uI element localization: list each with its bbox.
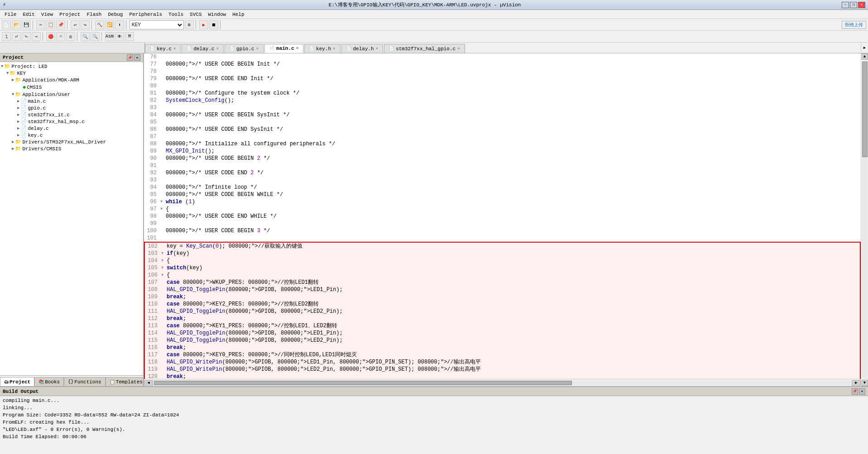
step-over-button[interactable]: ⤵ xyxy=(2,32,11,41)
code-scroll-area[interactable]: 7677 008000;">/* USER CODE BEGIN Init */… xyxy=(144,53,861,379)
rebuild-button[interactable]: 🔁 xyxy=(105,20,114,29)
menu-item-flash[interactable]: Flash xyxy=(84,11,104,18)
zoom-out-button[interactable]: 🔍 xyxy=(91,32,100,41)
vertical-scrollbar[interactable]: ▲ ▼ xyxy=(861,53,868,386)
menu-item-svcs[interactable]: SVCS xyxy=(187,11,204,18)
build-line: Program Size: Code=3352 RO-data=552 RW-d… xyxy=(3,411,865,419)
step-out-button[interactable]: ⤷ xyxy=(22,32,31,41)
upload-button[interactable]: 拒绝上传 xyxy=(842,21,866,29)
step-into-button[interactable]: ⤶ xyxy=(12,32,21,41)
tree-item-6[interactable]: ▶📄gpio.c xyxy=(1,105,142,111)
scrollbar-track[interactable] xyxy=(154,381,851,385)
build-output-header: Build Output 📌 × xyxy=(0,387,868,396)
tree-item-4[interactable]: ▼📁Application/User xyxy=(1,91,142,98)
sep-tb2-2 xyxy=(77,32,79,41)
stop-debug-button[interactable]: ⏹ xyxy=(209,20,218,29)
tree-item-0[interactable]: ▼📁Project: LED xyxy=(1,63,142,70)
code-line-119: 119 HAL_GPIO_WritePin(800000;">GPIOB, 80… xyxy=(144,366,861,373)
restore-button[interactable]: ❐ xyxy=(850,2,857,8)
tree-item-12[interactable]: ▶📁Drivers/CMSIS xyxy=(1,145,142,152)
enable-breakpoint-button[interactable]: ○ xyxy=(56,32,65,41)
tab-delay_c[interactable]: 📄delay.c× xyxy=(182,44,224,53)
menu-item-project[interactable]: Project xyxy=(57,11,83,18)
debug-button[interactable]: ▶ xyxy=(199,20,208,29)
copy-button[interactable]: 📋 xyxy=(46,20,55,29)
scroll-up-button[interactable]: ▲ xyxy=(862,53,868,60)
scrollbar-track-v[interactable] xyxy=(862,61,868,379)
tree-item-10[interactable]: ▶📄key.c xyxy=(1,132,142,139)
horizontal-scrollbar[interactable]: ◀ ▶ xyxy=(144,379,861,386)
code-line-92: 92 008000;">/* USER CODE END 2 */ xyxy=(144,169,861,177)
menu-item-window[interactable]: Window xyxy=(206,11,229,18)
build-button[interactable]: 🔨 xyxy=(95,20,104,29)
tree-item-7[interactable]: ▶📄stm32f7xx_it.c xyxy=(1,111,142,118)
menu-item-view[interactable]: View xyxy=(38,11,56,18)
project-panel-close[interactable]: × xyxy=(134,54,140,61)
scrollbar-thumb[interactable] xyxy=(154,381,572,385)
scroll-down-button[interactable]: ▼ xyxy=(862,380,868,386)
bottom-tab-books[interactable]: 📚 Books xyxy=(34,377,64,386)
tab-key_c[interactable]: 📄key.c× xyxy=(145,44,181,53)
tab-gpio_c[interactable]: 📄gpio.c× xyxy=(225,44,264,53)
build-line: FromELF: creating hex file... xyxy=(3,419,865,426)
zoom-in-button[interactable]: 🔍 xyxy=(81,32,90,41)
code-line-90: 90 008000;">/* USER CODE BEGIN 2 */ xyxy=(144,155,861,162)
bottom-tab-bar: 🗂 Project📚 Books{} Functions📋 Templates xyxy=(0,375,143,386)
code-line-107: 107 case 800000;">WKUP_PRES: 008000;">//… xyxy=(144,279,861,286)
paste-button[interactable]: 📌 xyxy=(56,20,65,29)
build-output-pin[interactable]: 📌 xyxy=(852,388,858,395)
bottom-tab-project[interactable]: 🗂 Project xyxy=(0,377,34,386)
code-line-95: 95 008000;">/* USER CODE BEGIN WHILE */ xyxy=(144,191,861,198)
build-output-close[interactable]: × xyxy=(859,388,865,395)
run-to-cursor-button[interactable]: ⇒ xyxy=(32,32,41,41)
disasm-button[interactable]: Asm xyxy=(105,32,114,41)
redo-button[interactable]: ↪ xyxy=(81,20,90,29)
new-file-button[interactable]: 📄 xyxy=(2,20,11,29)
menu-item-help[interactable]: Help xyxy=(230,11,247,18)
download-button[interactable]: ⬇ xyxy=(115,20,124,29)
tree-item-5[interactable]: ▶📄main.c xyxy=(1,98,142,105)
scroll-left-button[interactable]: ◀ xyxy=(144,380,153,386)
menu-item-debug[interactable]: Debug xyxy=(105,11,125,18)
menu-item-edit[interactable]: Edit xyxy=(20,11,37,18)
target-dropdown[interactable]: KEY xyxy=(129,20,184,29)
tab-scroll-right[interactable]: ▶ xyxy=(861,43,868,53)
open-button[interactable]: 📂 xyxy=(12,20,21,29)
tree-item-3[interactable]: ◆CMSIS xyxy=(1,83,142,91)
insert-breakpoint-button[interactable]: 🔴 xyxy=(46,32,55,41)
tree-item-1[interactable]: ▼📁KEY xyxy=(1,70,142,76)
undo-button[interactable]: ↩ xyxy=(71,20,80,29)
disable-breakpoint-button[interactable]: ◎ xyxy=(66,32,75,41)
separator1 xyxy=(33,20,34,29)
target-options-button[interactable]: ⚙ xyxy=(185,20,194,29)
scrollbar-thumb-v[interactable] xyxy=(862,62,868,157)
mem-button[interactable]: M xyxy=(125,32,134,41)
build-line: "LED\LED.axf" - 0 Error(s), 0 Warning(s)… xyxy=(3,426,865,433)
tree-item-2[interactable]: ▶📁Application/MDK-ARM xyxy=(1,76,142,83)
tree-item-9[interactable]: ▶📄delay.c xyxy=(1,125,142,132)
tab-key_h[interactable]: 📄key.h× xyxy=(304,44,340,53)
menu-item-peripherals[interactable]: Peripherals xyxy=(126,11,165,18)
save-button[interactable]: 💾 xyxy=(22,20,31,29)
tab-stm32f7xx_hal_gpio_c[interactable]: 📄stm32f7xx_hal_gpio.c× xyxy=(384,44,465,53)
minimize-button[interactable]: － xyxy=(842,2,849,8)
titlebar: ⚡ E:\博客专用\GPIO输入KEY\代码\GPIO_KEY\MDK-ARM\… xyxy=(0,0,868,10)
cut-button[interactable]: ✂ xyxy=(36,20,45,29)
code-line-96: 96▼ while (1) xyxy=(144,198,861,205)
code-line-84: 84 008000;">/* USER CODE BEGIN SysInit *… xyxy=(144,111,861,119)
menu-item-tools[interactable]: Tools xyxy=(166,11,186,18)
bottom-tab-functions[interactable]: {} Functions xyxy=(64,377,105,386)
close-button[interactable]: × xyxy=(858,2,865,8)
scroll-right-button[interactable]: ▶ xyxy=(852,380,861,386)
tab-delay_h[interactable]: 📄delay.h× xyxy=(341,44,384,53)
code-line-85: 85 xyxy=(144,119,861,126)
tab-main_c[interactable]: 📄main.c× xyxy=(264,44,303,53)
menu-item-file[interactable]: File xyxy=(2,11,19,18)
tree-item-8[interactable]: ▶📄stm32f7xx_hal_msp.c xyxy=(1,118,142,125)
project-panel-pin[interactable]: 📌 xyxy=(127,54,133,61)
bottom-tab-templates[interactable]: 📋 Templates xyxy=(106,377,144,386)
sep-tb2-1 xyxy=(43,32,44,41)
tree-item-11[interactable]: ▶📁Drivers/STM32F7xx_HAL_Driver xyxy=(1,139,142,145)
watch-button[interactable]: 👁 xyxy=(115,32,124,41)
separator3 xyxy=(91,20,93,29)
